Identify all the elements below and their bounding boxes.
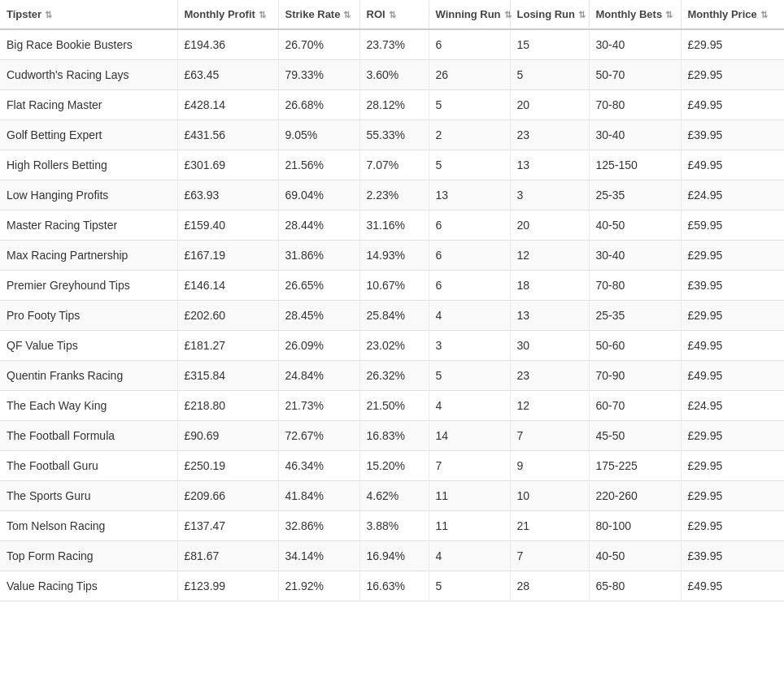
cell-losing_run: 12	[510, 241, 589, 271]
col-header-monthly_bets[interactable]: Monthly Bets⇅	[589, 0, 681, 29]
table-row: Master Racing Tipster£159.4028.44%31.16%…	[0, 210, 784, 241]
cell-losing_run: 20	[510, 90, 589, 120]
cell-strike_rate: 69.04%	[278, 180, 359, 210]
sort-icon-losing_run: ⇅	[578, 10, 586, 20]
table-row: Golf Betting Expert£431.569.05%55.33%223…	[0, 120, 784, 150]
col-header-monthly_price[interactable]: Monthly Price⇅	[681, 0, 784, 29]
cell-monthly_bets: 50-70	[589, 60, 681, 90]
cell-winning_run: 14	[429, 421, 510, 451]
cell-strike_rate: 26.68%	[278, 90, 359, 120]
cell-tipster: Value Racing Tips	[0, 571, 177, 601]
cell-winning_run: 4	[429, 541, 510, 571]
table-row: Value Racing Tips£123.9921.92%16.63%5286…	[0, 571, 784, 601]
cell-strike_rate: 21.56%	[278, 150, 359, 180]
cell-losing_run: 23	[510, 120, 589, 150]
cell-tipster: QF Value Tips	[0, 331, 177, 361]
cell-winning_run: 11	[429, 511, 510, 541]
cell-roi: 26.32%	[359, 361, 429, 391]
col-header-strike_rate[interactable]: Strike Rate⇅	[278, 0, 359, 29]
cell-monthly_bets: 45-50	[589, 421, 681, 451]
cell-roi: 10.67%	[359, 271, 429, 301]
table-row: The Football Guru£250.1946.34%15.20%7917…	[0, 451, 784, 481]
cell-strike_rate: 28.44%	[278, 210, 359, 241]
cell-strike_rate: 9.05%	[278, 120, 359, 150]
cell-roi: 2.23%	[359, 180, 429, 210]
cell-roi: 16.83%	[359, 421, 429, 451]
cell-monthly_price: £49.95	[681, 331, 784, 361]
cell-tipster: Quentin Franks Racing	[0, 361, 177, 391]
table-row: The Football Formula£90.6972.67%16.83%14…	[0, 421, 784, 451]
cell-strike_rate: 79.33%	[278, 60, 359, 90]
cell-tipster: Max Racing Partnership	[0, 241, 177, 271]
table-row: Cudworth's Racing Lays£63.4579.33%3.60%2…	[0, 60, 784, 90]
sort-icon-roi: ⇅	[389, 10, 396, 20]
cell-strike_rate: 46.34%	[278, 451, 359, 481]
sort-icon-monthly_bets: ⇅	[665, 10, 673, 20]
cell-monthly_bets: 25-35	[589, 301, 681, 331]
cell-monthly_bets: 40-50	[589, 541, 681, 571]
cell-monthly_price: £29.95	[681, 60, 784, 90]
cell-strike_rate: 26.70%	[278, 29, 359, 60]
cell-tipster: High Rollers Betting	[0, 150, 177, 180]
cell-monthly_profit: £194.36	[177, 29, 278, 60]
col-header-roi[interactable]: ROI⇅	[359, 0, 429, 29]
cell-winning_run: 2	[429, 120, 510, 150]
cell-monthly_price: £24.95	[681, 180, 784, 210]
cell-roi: 16.94%	[359, 541, 429, 571]
cell-monthly_bets: 220-260	[589, 481, 681, 511]
cell-strike_rate: 34.14%	[278, 541, 359, 571]
col-header-winning_run[interactable]: Winning Run⇅	[429, 0, 510, 29]
cell-tipster: Master Racing Tipster	[0, 210, 177, 241]
cell-losing_run: 7	[510, 541, 589, 571]
cell-monthly_bets: 70-90	[589, 361, 681, 391]
cell-roi: 55.33%	[359, 120, 429, 150]
cell-monthly_profit: £81.67	[177, 541, 278, 571]
cell-losing_run: 28	[510, 571, 589, 601]
table-row: The Sports Guru£209.6641.84%4.62%1110220…	[0, 481, 784, 511]
col-header-monthly_profit[interactable]: Monthly Profit⇅	[177, 0, 278, 29]
cell-winning_run: 4	[429, 301, 510, 331]
cell-losing_run: 21	[510, 511, 589, 541]
cell-monthly_price: £49.95	[681, 361, 784, 391]
cell-strike_rate: 31.86%	[278, 241, 359, 271]
cell-winning_run: 4	[429, 391, 510, 421]
cell-monthly_profit: £209.66	[177, 481, 278, 511]
table-row: Big Race Bookie Busters£194.3626.70%23.7…	[0, 29, 784, 60]
cell-monthly_price: £39.95	[681, 120, 784, 150]
cell-monthly_price: £29.95	[681, 451, 784, 481]
cell-monthly_price: £39.95	[681, 271, 784, 301]
cell-monthly_bets: 50-60	[589, 331, 681, 361]
cell-losing_run: 30	[510, 331, 589, 361]
cell-winning_run: 5	[429, 361, 510, 391]
cell-tipster: The Football Formula	[0, 421, 177, 451]
table-row: The Each Way King£218.8021.73%21.50%4126…	[0, 391, 784, 421]
cell-monthly_price: £39.95	[681, 541, 784, 571]
cell-roi: 23.73%	[359, 29, 429, 60]
cell-monthly_price: £29.95	[681, 481, 784, 511]
cell-roi: 16.63%	[359, 571, 429, 601]
col-header-tipster[interactable]: Tipster⇅	[0, 0, 177, 29]
cell-strike_rate: 32.86%	[278, 511, 359, 541]
cell-roi: 23.02%	[359, 331, 429, 361]
cell-strike_rate: 28.45%	[278, 301, 359, 331]
cell-monthly_price: £49.95	[681, 571, 784, 601]
cell-monthly_bets: 175-225	[589, 451, 681, 481]
cell-losing_run: 10	[510, 481, 589, 511]
cell-winning_run: 6	[429, 210, 510, 241]
cell-monthly_bets: 70-80	[589, 90, 681, 120]
cell-monthly_price: £24.95	[681, 391, 784, 421]
cell-monthly_price: £29.95	[681, 511, 784, 541]
cell-losing_run: 7	[510, 421, 589, 451]
cell-tipster: Golf Betting Expert	[0, 120, 177, 150]
cell-monthly_bets: 25-35	[589, 180, 681, 210]
cell-monthly_profit: £428.14	[177, 90, 278, 120]
table-row: High Rollers Betting£301.6921.56%7.07%51…	[0, 150, 784, 180]
cell-monthly_bets: 70-80	[589, 271, 681, 301]
sort-icon-winning_run: ⇅	[504, 10, 512, 20]
cell-monthly_profit: £202.60	[177, 301, 278, 331]
col-header-losing_run[interactable]: Losing Run⇅	[510, 0, 589, 29]
cell-winning_run: 26	[429, 60, 510, 90]
cell-monthly_profit: £167.19	[177, 241, 278, 271]
cell-tipster: The Football Guru	[0, 451, 177, 481]
cell-losing_run: 15	[510, 29, 589, 60]
